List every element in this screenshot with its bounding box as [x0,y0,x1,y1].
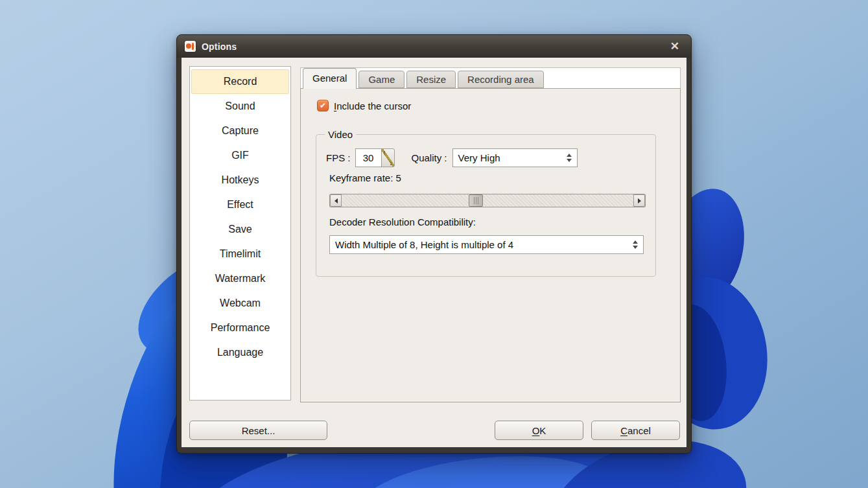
dialog-content: Record Sound Capture GIF Hotkeys Effect … [182,58,686,447]
sidebar-item-label: Capture [222,125,259,137]
close-icon[interactable]: ✕ [666,40,683,53]
app-logo-icon [185,41,196,52]
slider-right-arrow-icon[interactable] [633,194,645,207]
video-group-title: Video [325,129,356,140]
include-cursor-checkbox[interactable]: ✔ [317,100,329,111]
options-dialog: Options ✕ Record Sound Capture GIF Hotke… [176,34,692,454]
tab-page-general: ✔ Include the cursor Video FPS : 30 ↑ ↓ [300,88,681,402]
sidebar-item-label: Record [224,76,257,87]
quality-select[interactable]: Very High [452,148,578,167]
keyframe-rate-label: Keyframe rate: 5 [329,172,401,183]
tab-bar: General Game Resize Recording area [300,67,681,88]
fps-spinner[interactable]: ↑ ↓ [381,148,395,167]
tab-label: General [312,73,347,84]
quality-value: Very High [453,152,500,163]
slider-thumb[interactable] [469,194,483,207]
tab-game[interactable]: Game [358,71,405,88]
sidebar-item-record[interactable]: Record [191,69,289,94]
tab-label: Resize [416,74,446,85]
sidebar-item-timelimit[interactable]: Timelimit [191,242,289,266]
sidebar-item-save[interactable]: Save [191,217,289,242]
window-title: Options [202,41,237,52]
fps-label: FPS : [326,152,351,163]
sidebar-item-webcam[interactable]: Webcam [191,291,289,316]
spin-down-icon[interactable]: ↓ [390,159,393,167]
sidebar-item-hotkeys[interactable]: Hotkeys [191,168,289,192]
sidebar-item-label: Timelimit [220,248,261,260]
keyframe-rate-slider[interactable] [329,194,646,207]
ok-button[interactable]: OK [495,421,583,440]
tab-label: Recording area [467,74,534,85]
tab-widget: General Game Resize Recording area ✔ Inc… [300,67,681,402]
decoder-compatibility-select[interactable]: Width Multiple of 8, Height is multiple … [329,235,644,254]
sidebar-item-language[interactable]: Language [191,340,289,365]
tab-resize[interactable]: Resize [406,71,456,88]
sidebar-item-label: Language [217,347,263,358]
video-groupbox: Video FPS : 30 ↑ ↓ Quality : Very High [316,134,656,277]
decoder-compatibility-value: Width Multiple of 8, Height is multiple … [330,239,513,250]
combo-arrows-icon [631,236,639,253]
sidebar-item-label: Effect [227,199,253,211]
fps-input[interactable]: 30 [355,148,382,167]
sidebar-item-label: Watermark [215,273,266,285]
sidebar-item-watermark[interactable]: Watermark [191,266,289,291]
category-list: Record Sound Capture GIF Hotkeys Effect … [189,66,291,401]
sidebar-item-gif[interactable]: GIF [191,143,289,168]
include-cursor-label[interactable]: Include the cursor [334,100,411,111]
sidebar-item-label: GIF [231,150,249,161]
reset-button[interactable]: Reset... [189,421,327,440]
sidebar-item-label: Webcam [220,297,261,309]
sidebar-item-label: Hotkeys [222,174,259,186]
quality-label: Quality : [412,152,447,163]
tab-recording-area[interactable]: Recording area [458,71,544,88]
sidebar-item-label: Sound [225,100,255,112]
sidebar-item-capture[interactable]: Capture [191,119,289,143]
decoder-compatibility-label: Decoder Resolution Compatibility: [329,216,476,227]
tab-general[interactable]: General [303,68,357,89]
slider-left-arrow-icon[interactable] [330,194,342,207]
tab-label: Game [368,74,395,85]
combo-arrows-icon [565,149,573,167]
sidebar-item-performance[interactable]: Performance [191,316,289,340]
sidebar-item-label: Save [228,224,252,235]
spin-up-icon[interactable]: ↑ [383,149,386,156]
sidebar-item-effect[interactable]: Effect [191,192,289,217]
title-bar[interactable]: Options ✕ [177,35,691,58]
sidebar-item-label: Performance [211,322,270,334]
cancel-button[interactable]: Cancel [591,421,680,440]
sidebar-item-sound[interactable]: Sound [191,94,289,119]
